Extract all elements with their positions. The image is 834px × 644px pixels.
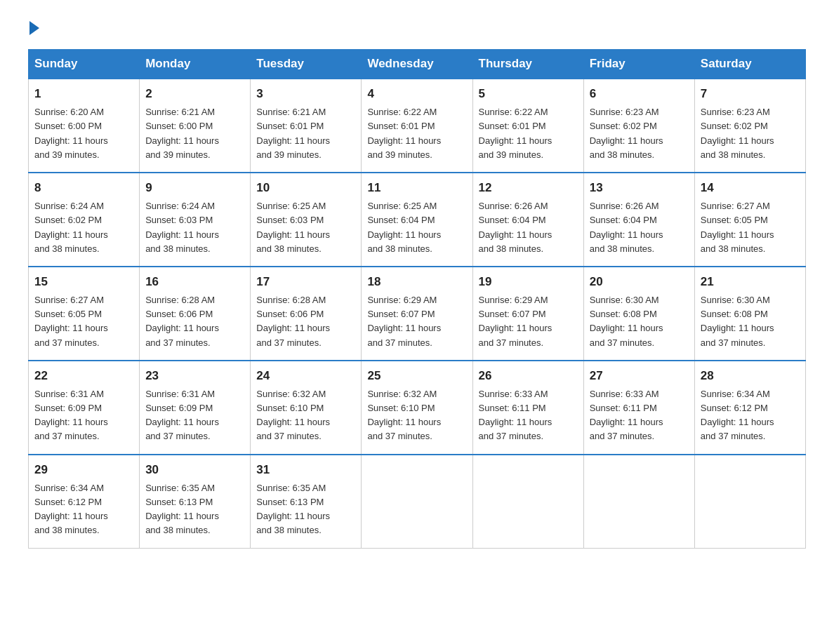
calendar-cell: 29Sunrise: 6:34 AMSunset: 6:12 PMDayligh… (29, 455, 140, 548)
calendar-cell: 20Sunrise: 6:30 AMSunset: 6:08 PMDayligh… (583, 267, 694, 361)
calendar-cell: 3Sunrise: 6:21 AMSunset: 6:01 PMDaylight… (251, 79, 362, 173)
day-info: Sunrise: 6:28 AMSunset: 6:06 PMDaylight:… (256, 293, 355, 350)
calendar-cell (472, 455, 583, 548)
week-row-1: 1Sunrise: 6:20 AMSunset: 6:00 PMDaylight… (29, 79, 806, 173)
calendar-cell (362, 455, 472, 548)
day-number: 31 (256, 461, 355, 479)
calendar-cell: 26Sunrise: 6:33 AMSunset: 6:11 PMDayligh… (472, 361, 583, 455)
weekday-header-saturday: Saturday (694, 50, 805, 79)
day-info: Sunrise: 6:25 AMSunset: 6:04 PMDaylight:… (367, 199, 466, 256)
weekday-header-sunday: Sunday (29, 50, 140, 79)
calendar-cell: 13Sunrise: 6:26 AMSunset: 6:04 PMDayligh… (583, 173, 694, 267)
day-number: 4 (367, 85, 466, 103)
day-number: 17 (256, 273, 355, 291)
calendar-cell: 19Sunrise: 6:29 AMSunset: 6:07 PMDayligh… (472, 267, 583, 361)
day-number: 1 (34, 85, 133, 103)
day-number: 16 (145, 273, 244, 291)
weekday-header-monday: Monday (140, 50, 251, 79)
day-number: 25 (367, 367, 466, 385)
day-info: Sunrise: 6:21 AMSunset: 6:00 PMDaylight:… (145, 105, 244, 162)
day-info: Sunrise: 6:20 AMSunset: 6:00 PMDaylight:… (34, 105, 133, 162)
calendar-cell: 12Sunrise: 6:26 AMSunset: 6:04 PMDayligh… (472, 173, 583, 267)
week-row-5: 29Sunrise: 6:34 AMSunset: 6:12 PMDayligh… (29, 455, 806, 548)
day-number: 13 (590, 179, 689, 197)
day-number: 19 (479, 273, 578, 291)
calendar-cell: 30Sunrise: 6:35 AMSunset: 6:13 PMDayligh… (140, 455, 251, 548)
day-number: 18 (367, 273, 466, 291)
day-number: 20 (590, 273, 689, 291)
day-number: 15 (34, 273, 133, 291)
day-number: 30 (145, 461, 244, 479)
day-info: Sunrise: 6:28 AMSunset: 6:06 PMDaylight:… (145, 293, 244, 350)
calendar-cell: 10Sunrise: 6:25 AMSunset: 6:03 PMDayligh… (251, 173, 362, 267)
week-row-2: 8Sunrise: 6:24 AMSunset: 6:02 PMDaylight… (29, 173, 806, 267)
calendar-cell: 17Sunrise: 6:28 AMSunset: 6:06 PMDayligh… (251, 267, 362, 361)
calendar-cell: 8Sunrise: 6:24 AMSunset: 6:02 PMDaylight… (29, 173, 140, 267)
day-info: Sunrise: 6:25 AMSunset: 6:03 PMDaylight:… (256, 199, 355, 256)
calendar-cell: 7Sunrise: 6:23 AMSunset: 6:02 PMDaylight… (694, 79, 805, 173)
calendar-cell (694, 455, 805, 548)
day-number: 3 (256, 85, 355, 103)
day-number: 5 (479, 85, 578, 103)
day-info: Sunrise: 6:35 AMSunset: 6:13 PMDaylight:… (256, 481, 355, 538)
day-info: Sunrise: 6:35 AMSunset: 6:13 PMDaylight:… (145, 481, 244, 538)
week-row-3: 15Sunrise: 6:27 AMSunset: 6:05 PMDayligh… (29, 267, 806, 361)
calendar-cell: 21Sunrise: 6:30 AMSunset: 6:08 PMDayligh… (694, 267, 805, 361)
day-info: Sunrise: 6:29 AMSunset: 6:07 PMDaylight:… (367, 293, 466, 350)
calendar-cell: 28Sunrise: 6:34 AMSunset: 6:12 PMDayligh… (694, 361, 805, 455)
calendar-cell: 22Sunrise: 6:31 AMSunset: 6:09 PMDayligh… (29, 361, 140, 455)
day-info: Sunrise: 6:27 AMSunset: 6:05 PMDaylight:… (701, 199, 800, 256)
weekday-header-thursday: Thursday (472, 50, 583, 79)
calendar-cell: 23Sunrise: 6:31 AMSunset: 6:09 PMDayligh… (140, 361, 251, 455)
day-info: Sunrise: 6:33 AMSunset: 6:11 PMDaylight:… (479, 387, 578, 444)
calendar-cell: 2Sunrise: 6:21 AMSunset: 6:00 PMDaylight… (140, 79, 251, 173)
day-info: Sunrise: 6:33 AMSunset: 6:11 PMDaylight:… (590, 387, 689, 444)
day-info: Sunrise: 6:32 AMSunset: 6:10 PMDaylight:… (367, 387, 466, 444)
day-number: 6 (590, 85, 689, 103)
calendar-cell: 4Sunrise: 6:22 AMSunset: 6:01 PMDaylight… (362, 79, 472, 173)
logo-arrow-icon (29, 21, 39, 35)
day-info: Sunrise: 6:31 AMSunset: 6:09 PMDaylight:… (34, 387, 133, 444)
calendar-cell: 31Sunrise: 6:35 AMSunset: 6:13 PMDayligh… (251, 455, 362, 548)
day-info: Sunrise: 6:30 AMSunset: 6:08 PMDaylight:… (701, 293, 800, 350)
calendar-cell: 18Sunrise: 6:29 AMSunset: 6:07 PMDayligh… (362, 267, 472, 361)
day-info: Sunrise: 6:32 AMSunset: 6:10 PMDaylight:… (256, 387, 355, 444)
weekday-header-tuesday: Tuesday (251, 50, 362, 79)
day-number: 26 (479, 367, 578, 385)
calendar-cell: 15Sunrise: 6:27 AMSunset: 6:05 PMDayligh… (29, 267, 140, 361)
day-info: Sunrise: 6:23 AMSunset: 6:02 PMDaylight:… (701, 105, 800, 162)
day-number: 27 (590, 367, 689, 385)
day-info: Sunrise: 6:30 AMSunset: 6:08 PMDaylight:… (590, 293, 689, 350)
day-number: 2 (145, 85, 244, 103)
day-info: Sunrise: 6:26 AMSunset: 6:04 PMDaylight:… (590, 199, 689, 256)
calendar-cell (583, 455, 694, 548)
weekday-header-friday: Friday (583, 50, 694, 79)
calendar-cell: 11Sunrise: 6:25 AMSunset: 6:04 PMDayligh… (362, 173, 472, 267)
day-info: Sunrise: 6:24 AMSunset: 6:03 PMDaylight:… (145, 199, 244, 256)
day-number: 7 (701, 85, 800, 103)
day-number: 24 (256, 367, 355, 385)
calendar-cell: 24Sunrise: 6:32 AMSunset: 6:10 PMDayligh… (251, 361, 362, 455)
day-info: Sunrise: 6:22 AMSunset: 6:01 PMDaylight:… (479, 105, 578, 162)
weekday-header-row: SundayMondayTuesdayWednesdayThursdayFrid… (29, 50, 806, 79)
day-number: 9 (145, 179, 244, 197)
calendar-cell: 6Sunrise: 6:23 AMSunset: 6:02 PMDaylight… (583, 79, 694, 173)
calendar-cell: 16Sunrise: 6:28 AMSunset: 6:06 PMDayligh… (140, 267, 251, 361)
day-info: Sunrise: 6:27 AMSunset: 6:05 PMDaylight:… (34, 293, 133, 350)
day-number: 14 (701, 179, 800, 197)
logo (28, 21, 41, 35)
day-info: Sunrise: 6:34 AMSunset: 6:12 PMDaylight:… (701, 387, 800, 444)
day-number: 29 (34, 461, 133, 479)
calendar-cell: 1Sunrise: 6:20 AMSunset: 6:00 PMDaylight… (29, 79, 140, 173)
day-info: Sunrise: 6:31 AMSunset: 6:09 PMDaylight:… (145, 387, 244, 444)
day-number: 11 (367, 179, 466, 197)
day-number: 10 (256, 179, 355, 197)
day-info: Sunrise: 6:22 AMSunset: 6:01 PMDaylight:… (367, 105, 466, 162)
calendar-cell: 27Sunrise: 6:33 AMSunset: 6:11 PMDayligh… (583, 361, 694, 455)
calendar-cell: 14Sunrise: 6:27 AMSunset: 6:05 PMDayligh… (694, 173, 805, 267)
day-number: 28 (701, 367, 800, 385)
day-number: 8 (34, 179, 133, 197)
day-number: 23 (145, 367, 244, 385)
weekday-header-wednesday: Wednesday (362, 50, 472, 79)
day-info: Sunrise: 6:24 AMSunset: 6:02 PMDaylight:… (34, 199, 133, 256)
